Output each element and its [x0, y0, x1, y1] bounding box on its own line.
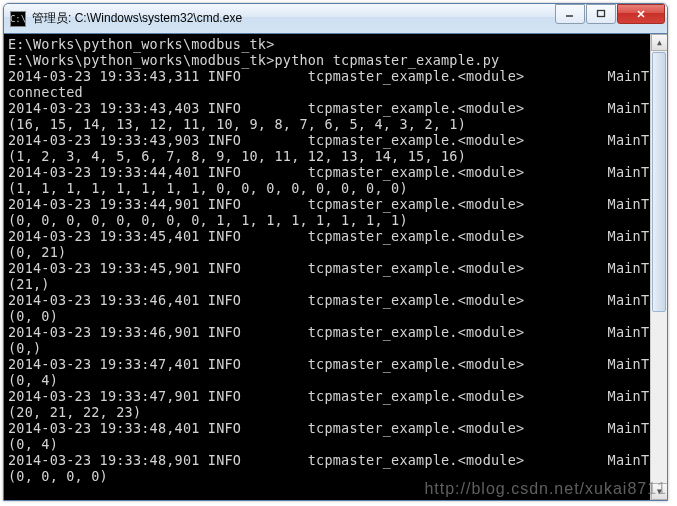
titlebar[interactable]: C:\ 管理员: C:\Windows\system32\cmd.exe	[4, 4, 667, 34]
window-title: 管理员: C:\Windows\system32\cmd.exe	[32, 10, 555, 27]
close-button[interactable]	[617, 4, 665, 24]
console-output[interactable]: E:\Works\python_works\modbus_tk> E:\Work…	[4, 34, 650, 500]
console-client-area: E:\Works\python_works\modbus_tk> E:\Work…	[4, 34, 667, 500]
vertical-scrollbar[interactable]: ▲ ▼	[650, 34, 667, 500]
scroll-thumb[interactable]	[652, 52, 666, 312]
svg-rect-0	[598, 11, 605, 17]
maximize-button[interactable]	[586, 4, 616, 24]
scroll-down-button[interactable]: ▼	[651, 483, 668, 500]
window-controls	[555, 4, 665, 24]
cmd-window: C:\ 管理员: C:\Windows\system32\cmd.exe E:\…	[3, 3, 668, 501]
scroll-up-button[interactable]: ▲	[651, 34, 668, 51]
cmd-icon: C:\	[10, 11, 26, 27]
minimize-button[interactable]	[555, 4, 585, 24]
